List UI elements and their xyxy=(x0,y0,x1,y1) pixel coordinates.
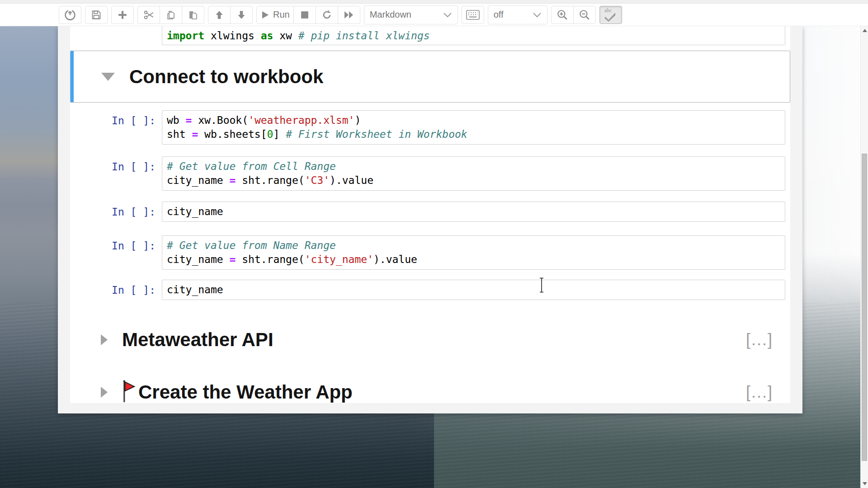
code-line: wb = xw.Book('weatherapp.xlsm') xyxy=(167,113,781,127)
move-down-button[interactable] xyxy=(230,6,253,24)
stop-icon xyxy=(301,11,309,19)
cut-cell-icon xyxy=(143,9,155,21)
collapsed-cells-indicator[interactable]: [...] xyxy=(746,330,773,349)
top-strip xyxy=(0,0,868,4)
restart-kernel-icon xyxy=(321,9,332,20)
code-line: import xlwings as xw # pip install xlwin… xyxy=(167,29,781,43)
fast-forward-icon xyxy=(344,10,354,19)
command-palette-button[interactable] xyxy=(462,6,484,24)
notebook-toolbar: Run Markdown xyxy=(0,4,868,26)
cell-prompt: In [ ]: xyxy=(70,202,162,219)
scrollbar-down-arrow-icon[interactable] xyxy=(863,482,867,485)
cell-prompt: In [ ]: xyxy=(70,280,162,297)
section-heading: Metaweather API xyxy=(122,329,274,351)
spellcheck-selector[interactable]: off xyxy=(488,5,547,24)
code-cell[interactable]: import xlwings as xw # pip install xlwin… xyxy=(70,26,790,45)
code-line: # Get value from Cell Range xyxy=(167,160,781,174)
cell-prompt: In [ ]: xyxy=(70,156,162,174)
copy-cell-button[interactable] xyxy=(160,6,182,24)
cut-cell-button[interactable] xyxy=(137,6,160,24)
collapse-toggle-collapsed-icon[interactable] xyxy=(101,387,108,398)
zoom-out-button[interactable] xyxy=(573,6,596,24)
cell-prompt: In [ ]: xyxy=(70,110,162,128)
paste-cell-button[interactable] xyxy=(182,6,204,24)
collapse-toggle-expanded-icon[interactable] xyxy=(101,73,115,81)
page-scrollbar[interactable] xyxy=(860,26,868,488)
code-line: city_name xyxy=(167,283,781,297)
paste-cell-icon xyxy=(188,9,198,20)
fast-forward-button[interactable] xyxy=(338,6,360,24)
code-line: city_name xyxy=(167,205,781,219)
notebook-page: import xlwings as xw # pip install xlwin… xyxy=(70,26,790,403)
code-input[interactable]: wb = xw.Book('weatherapp.xlsm')sht = wb.… xyxy=(162,110,785,145)
cell-type-selector[interactable]: Markdown xyxy=(364,5,458,24)
move-down-icon xyxy=(236,10,246,20)
code-input[interactable]: city_name xyxy=(162,202,785,222)
spellcheck-toggle-button[interactable]: abc xyxy=(599,6,622,24)
code-input[interactable]: city_name xyxy=(162,280,785,300)
markdown-heading-cell[interactable]: Create the Weather App[...] xyxy=(70,375,790,403)
code-input[interactable]: # Get value from Cell Rangecity_name = s… xyxy=(162,156,785,191)
cell-prompt: In [ ]: xyxy=(70,235,162,253)
save-button[interactable] xyxy=(85,6,108,24)
notebook-container: import xlwings as xw # pip install xlwin… xyxy=(58,26,802,413)
keyboard-icon xyxy=(466,10,480,20)
code-line: city_name = sht.range('C3').value xyxy=(167,174,781,188)
move-up-icon xyxy=(214,10,224,20)
spellcheck-check-icon: abc xyxy=(604,8,618,22)
scrollbar-up-arrow-icon[interactable] xyxy=(863,29,867,32)
cell-type-value: Markdown xyxy=(370,9,411,20)
notebook-cells: import xlwings as xw # pip install xlwin… xyxy=(70,26,790,403)
markdown-heading-cell[interactable]: Connect to workbook xyxy=(70,51,790,103)
jupyter-logo-icon xyxy=(64,9,76,21)
code-cell[interactable]: In [ ]:wb = xw.Book('weatherapp.xlsm')sh… xyxy=(70,110,790,145)
zoom-out-icon xyxy=(579,9,590,21)
text-cursor xyxy=(538,277,545,295)
code-cell[interactable]: In [ ]:# Get value from Name Rangecity_n… xyxy=(70,235,790,270)
jupyter-logo-button[interactable] xyxy=(59,6,81,24)
spellcheck-value: off xyxy=(494,9,504,20)
restart-kernel-button[interactable] xyxy=(316,6,338,24)
copy-cell-icon xyxy=(165,9,176,20)
code-input[interactable]: import xlwings as xw # pip install xlwin… xyxy=(162,26,785,45)
stop-button[interactable] xyxy=(293,6,316,24)
add-cell-button[interactable] xyxy=(111,6,134,24)
scrollbar-thumb[interactable] xyxy=(862,154,867,461)
chevron-down-icon xyxy=(533,9,542,20)
cell-prompt xyxy=(70,26,162,30)
section-heading: Create the Weather App xyxy=(138,381,353,403)
section-heading: Connect to workbook xyxy=(129,66,323,88)
chevron-down-icon xyxy=(443,9,452,20)
zoom-in-button[interactable] xyxy=(551,6,574,24)
run-button[interactable]: Run xyxy=(256,6,294,24)
move-up-button[interactable] xyxy=(208,6,231,24)
code-input[interactable]: # Get value from Name Rangecity_name = s… xyxy=(162,235,785,270)
code-line: # Get value from Name Range xyxy=(167,239,781,253)
code-cell[interactable]: In [ ]:city_name xyxy=(70,202,790,222)
collapsed-cells-indicator[interactable]: [...] xyxy=(746,383,773,402)
markdown-heading-cell[interactable]: Metaweather API[...] xyxy=(70,323,790,357)
code-line: city_name = sht.range('city_name').value xyxy=(167,253,781,267)
run-label: Run xyxy=(273,9,290,20)
save-icon xyxy=(91,9,102,20)
zoom-in-icon xyxy=(557,9,568,21)
code-cell[interactable]: In [ ]:# Get value from Cell Rangecity_n… xyxy=(70,156,790,191)
collapse-toggle-collapsed-icon[interactable] xyxy=(101,334,108,345)
add-cell-icon xyxy=(118,10,127,20)
red-flag-icon xyxy=(120,380,136,403)
code-cell[interactable]: In [ ]:city_name xyxy=(70,280,790,300)
run-icon xyxy=(260,10,269,19)
code-line: sht = wb.sheets[0] # First Worksheet in … xyxy=(167,127,781,141)
